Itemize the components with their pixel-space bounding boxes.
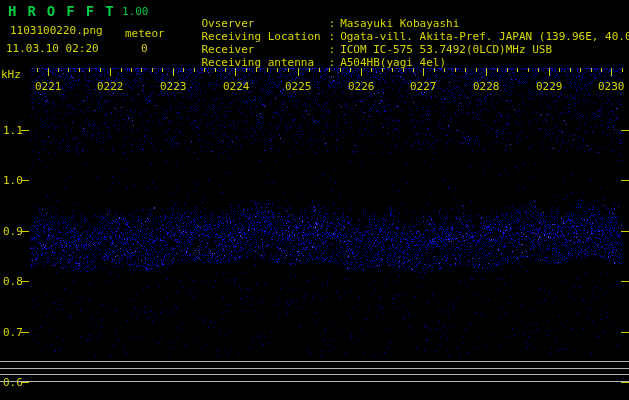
- level-grid-line: [0, 361, 629, 362]
- y-tick-label: 1.1: [3, 124, 23, 137]
- output-filename: 1103100220.png: [10, 24, 103, 37]
- x-tick-label: 0226: [348, 80, 375, 93]
- info-label: Receiving antenna: [202, 56, 329, 69]
- x-tick-label: 0222: [97, 80, 124, 93]
- level-grid-line: [0, 374, 629, 375]
- x-tick-label: 0221: [35, 80, 62, 93]
- x-tick-label: 0230: [598, 80, 625, 93]
- y-tick-label: 0.9: [3, 225, 23, 238]
- info-value: A504HB(yagi 4el): [340, 56, 446, 69]
- x-tick-label: 0224: [223, 80, 250, 93]
- x-tick-label: 0227: [410, 80, 437, 93]
- y-tick-label: 0.7: [3, 326, 23, 339]
- y-tick-label: 0.8: [3, 275, 23, 288]
- info-colon: :: [329, 56, 336, 69]
- level-grid-line: [0, 368, 629, 369]
- mode-label: meteor: [125, 27, 165, 40]
- info-row-antenna: Receiving antenna:A504HB(yagi 4el): [175, 43, 446, 82]
- x-tick-label: 0228: [473, 80, 500, 93]
- app-title: HROFFT: [8, 3, 125, 19]
- level-grid-line: [0, 381, 629, 382]
- x-tick-label: 0223: [160, 80, 187, 93]
- y-tick-label: 0.6: [3, 376, 23, 389]
- x-tick-label: 0229: [536, 80, 563, 93]
- y-axis-unit-label: kHz: [1, 68, 21, 81]
- x-tick-label: 0225: [285, 80, 312, 93]
- app-version: 1.00: [122, 5, 149, 18]
- y-tick-label: 1.0: [3, 174, 23, 187]
- hrofft-output-window: HROFFT 1.00 1103100220.png meteor 11.03.…: [0, 0, 629, 400]
- observation-datetime: 11.03.10 02:20: [6, 42, 99, 55]
- echo-count: 0: [141, 42, 148, 55]
